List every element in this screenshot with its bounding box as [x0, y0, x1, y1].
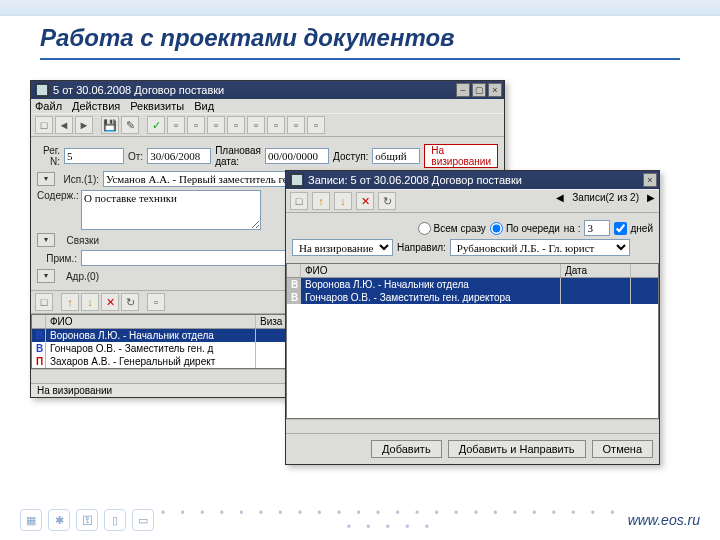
edit-icon[interactable]: ✎	[121, 116, 139, 134]
tool-c-icon[interactable]: ▫	[207, 116, 225, 134]
footer: ▦ ✱ ⚿ ▯ ▭ • • • • • • • • • • • • • • • …	[0, 506, 720, 534]
page-title: Работа с проектами документов	[0, 16, 720, 52]
status-badge: На визировании	[424, 144, 498, 168]
label-reg: Рег. N:	[37, 145, 60, 167]
foot-icon: ▦	[20, 509, 42, 531]
menu-file[interactable]: Файл	[35, 100, 62, 112]
label-note: Прим.:	[37, 253, 77, 264]
col-fio[interactable]: ФИО	[46, 315, 256, 328]
label-ot: От:	[128, 151, 143, 162]
stage-dropdown[interactable]: На визирование	[292, 239, 393, 256]
table-row[interactable]: ВВоронова Л.Ю. - Начальник отдела	[287, 278, 658, 291]
foot-icon: ▯	[104, 509, 126, 531]
records-grid: ФИО Дата ВВоронова Л.Ю. - Начальник отде…	[286, 263, 659, 419]
menu-actions[interactable]: Действия	[72, 100, 120, 112]
foot-icon: ✱	[48, 509, 70, 531]
records-window: Записи: 5 от 30.06.2008 Договор поставки…	[285, 170, 660, 465]
delete-icon[interactable]: ✕	[356, 192, 374, 210]
menu-bar: Файл Действия Реквизиты Вид	[31, 99, 504, 113]
header-band	[0, 0, 720, 16]
label-links: Связки	[59, 235, 99, 246]
records-label: Записи(2 из 2)	[572, 192, 639, 210]
close-button[interactable]: ×	[643, 173, 657, 187]
from-date-input[interactable]	[147, 148, 211, 164]
window-title: Записи: 5 от 30.06.2008 Договор поставки	[308, 171, 643, 189]
access-input[interactable]	[372, 148, 420, 164]
arrow-up-icon[interactable]: ↑	[312, 192, 330, 210]
extra-icon[interactable]: ▫	[147, 293, 165, 311]
col-marker	[32, 315, 46, 328]
tool-f-icon[interactable]: ▫	[267, 116, 285, 134]
label-plan: Плановая дата:	[215, 145, 261, 167]
back-icon[interactable]: ◀	[556, 192, 564, 210]
close-button[interactable]: ×	[488, 83, 502, 97]
fwd-icon[interactable]: ▶	[647, 192, 655, 210]
refresh-icon[interactable]: ↻	[121, 293, 139, 311]
titlebar[interactable]: Записи: 5 от 30.06.2008 Договор поставки…	[286, 171, 659, 189]
foot-icon: ▭	[132, 509, 154, 531]
window-icon	[35, 83, 49, 97]
new-icon[interactable]: □	[35, 116, 53, 134]
title-rule	[40, 58, 680, 60]
menu-view[interactable]: Вид	[194, 100, 214, 112]
label-content: Содерж.:	[37, 190, 77, 201]
content-textarea[interactable]	[81, 190, 261, 230]
days-input[interactable]	[584, 220, 610, 236]
radio-queue[interactable]: По очереди	[490, 222, 560, 235]
col-date[interactable]: Дата	[561, 264, 631, 277]
new-icon[interactable]: □	[290, 192, 308, 210]
footer-url: www.eos.ru	[628, 512, 700, 528]
label-sent: Направил:	[397, 242, 446, 253]
sender-dropdown[interactable]: Рубановский Л.Б. - Гл. юрист	[450, 239, 630, 256]
label-na: на :	[564, 223, 581, 234]
label-addr: Адр.(0)	[59, 271, 99, 282]
days-check[interactable]: дней	[614, 222, 653, 235]
tool-a-icon[interactable]: ▫	[167, 116, 185, 134]
arrow-up-icon[interactable]: ↑	[61, 293, 79, 311]
arrow-down-icon[interactable]: ↓	[81, 293, 99, 311]
tool-b-icon[interactable]: ▫	[187, 116, 205, 134]
arrow-down-icon[interactable]: ↓	[334, 192, 352, 210]
delete-icon[interactable]: ✕	[101, 293, 119, 311]
prev-icon[interactable]: ◄	[55, 116, 73, 134]
foot-icon: ⚿	[76, 509, 98, 531]
window-icon	[290, 173, 304, 187]
tool-d-icon[interactable]: ▫	[227, 116, 245, 134]
refresh-icon[interactable]: ↻	[378, 192, 396, 210]
label-isp: Исп.(1):	[59, 174, 99, 185]
scrollbar[interactable]	[286, 419, 659, 433]
reg-n-input[interactable]	[64, 148, 124, 164]
grid-new-icon[interactable]: □	[35, 293, 53, 311]
plan-date-input[interactable]	[265, 148, 329, 164]
minimize-button[interactable]: –	[456, 83, 470, 97]
cancel-button[interactable]: Отмена	[592, 440, 653, 458]
tool-g-icon[interactable]: ▫	[287, 116, 305, 134]
links-expand[interactable]	[37, 233, 55, 247]
add-button[interactable]: Добавить	[371, 440, 442, 458]
check-icon[interactable]: ✓	[147, 116, 165, 134]
add-send-button[interactable]: Добавить и Направить	[448, 440, 586, 458]
addr-expand[interactable]	[37, 269, 55, 283]
label-access: Доступ:	[333, 151, 368, 162]
maximize-button[interactable]: ▢	[472, 83, 486, 97]
save-icon[interactable]: 💾	[101, 116, 119, 134]
table-row[interactable]: ВГончаров О.В. - Заместитель ген. директ…	[287, 291, 658, 304]
exec-expand[interactable]	[37, 172, 55, 186]
tool-e-icon[interactable]: ▫	[247, 116, 265, 134]
col-fio[interactable]: ФИО	[301, 264, 561, 277]
tool-h-icon[interactable]: ▫	[307, 116, 325, 134]
toolbar: □ ◄ ► 💾 ✎ ✓ ▫ ▫ ▫ ▫ ▫ ▫ ▫ ▫	[31, 113, 504, 137]
titlebar[interactable]: 5 от 30.06.2008 Договор поставки – ▢ ×	[31, 81, 504, 99]
window-title: 5 от 30.06.2008 Договор поставки	[53, 81, 456, 99]
radio-all[interactable]: Всем сразу	[418, 222, 486, 235]
menu-requisites[interactable]: Реквизиты	[130, 100, 184, 112]
footer-dots: • • • • • • • • • • • • • • • • • • • • …	[154, 506, 628, 534]
note-input[interactable]	[81, 250, 301, 266]
next-icon[interactable]: ►	[75, 116, 93, 134]
